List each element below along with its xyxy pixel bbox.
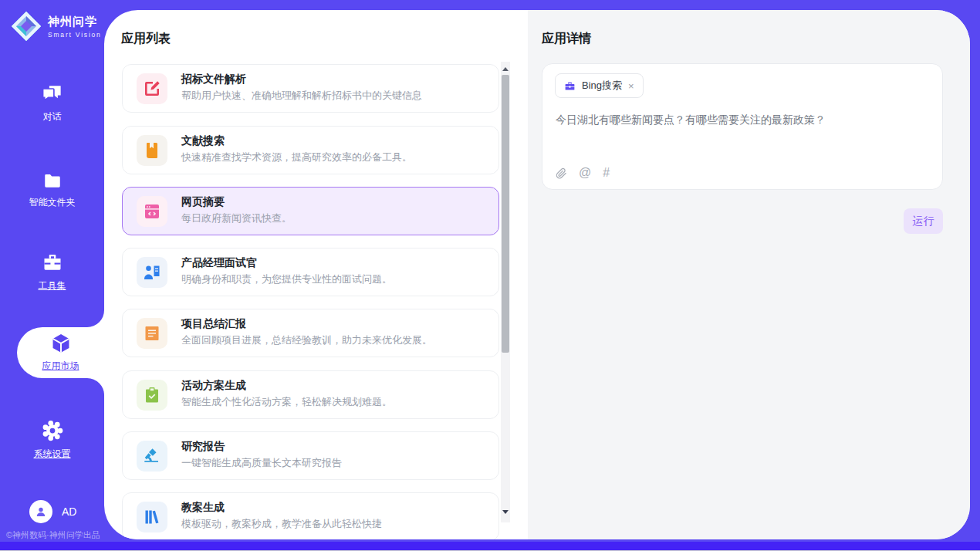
app-desc: 帮助用户快速、准确地理解和解析招标书中的关键信息 [181, 89, 422, 103]
list-item-web-summary[interactable]: 网页摘要 每日政府新闻资讯快查。 [122, 187, 499, 235]
app-desc: 明确身份和职责，为您提供专业性的面试问题。 [181, 272, 392, 286]
hash-icon[interactable]: # [603, 166, 610, 180]
app-desc: 一键智能生成高质量长文本研究报告 [181, 456, 342, 470]
app-name: 研究报告 [181, 440, 225, 454]
sidebar: 神州问学 Smart Vision 对话 智能文件夹 [0, 0, 104, 551]
browser-code-icon [137, 196, 167, 227]
sidebar-item-settings[interactable]: 系统设置 [0, 419, 104, 461]
user-initials: AD [62, 505, 76, 518]
run-button[interactable]: 运行 [904, 208, 943, 234]
prompt-card[interactable]: Bing搜索 × 今日湖北有哪些新闻要点？有哪些需要关注的最新政策？ @ # [542, 63, 943, 190]
list-item-bid-parse[interactable]: 招标文件解析 帮助用户快速、准确地理解和解析招标书中的关键信息 [122, 64, 499, 113]
book-icon [137, 135, 167, 166]
avatar [29, 500, 52, 523]
books-icon [137, 502, 167, 532]
list-scrollbar[interactable] [501, 62, 510, 522]
list-item-project-summary[interactable]: 项目总结汇报 全面回顾项目进展，总结经验教训，助力未来优化发展。 [122, 309, 499, 357]
sidebar-item-chat[interactable]: 对话 [0, 85, 104, 123]
sidebar-item-label: 系统设置 [0, 448, 104, 461]
scrollbar-thumb[interactable] [502, 75, 509, 353]
attachment-toolbar: @ # [556, 166, 610, 180]
remove-tag-icon[interactable]: × [628, 81, 634, 91]
edit-square-icon [137, 73, 167, 104]
tool-tag-label: Bing搜索 [582, 79, 622, 93]
app-name: 教案生成 [181, 501, 225, 515]
app-desc: 全面回顾项目进展，总结经验教训，助力未来优化发展。 [181, 333, 432, 347]
sidebar-item-label: 智能文件夹 [0, 196, 104, 209]
active-curve-top [87, 310, 104, 327]
active-curve-bottom [87, 378, 104, 395]
diamond-logo-icon [10, 10, 42, 42]
copyright-text: ©神州数码·神州问学出品 [6, 529, 100, 541]
sidebar-item-smart-folders[interactable]: 智能文件夹 [0, 171, 104, 209]
interviewer-icon [137, 257, 167, 288]
app-window: 神州问学 Smart Vision 对话 智能文件夹 [0, 0, 980, 551]
app-desc: 快速精准查找学术资源，提高研究效率的必备工具。 [181, 150, 412, 164]
app-name: 网页摘要 [181, 195, 225, 209]
app-list-title: 应用列表 [121, 31, 171, 47]
app-name: 活动方案生成 [181, 379, 246, 393]
list-item-research-report[interactable]: 研究报告 一键智能生成高质量长文本研究报告 [122, 431, 499, 480]
app-detail-title: 应用详情 [542, 31, 591, 47]
user-menu[interactable]: AD [29, 500, 76, 523]
app-desc: 智能生成个性化活动方案，轻松解决规划难题。 [181, 395, 392, 409]
sidebar-item-label: 应用市场 [17, 360, 104, 373]
scroll-down-icon[interactable] [501, 507, 510, 516]
toolbox-icon [41, 252, 64, 274]
list-item-lesson-plan[interactable]: 教案生成 模板驱动，教案秒成，教学准备从此轻松快捷 [122, 492, 499, 539]
app-logo[interactable]: 神州问学 Smart Vision [10, 10, 102, 42]
mention-icon[interactable]: @ [579, 166, 591, 180]
gear-icon [41, 419, 64, 442]
report-note-icon [137, 318, 167, 349]
prompt-input[interactable]: 今日湖北有哪些新闻要点？有哪些需要关注的最新政策？ [556, 112, 926, 127]
app-name: 产品经理面试官 [181, 256, 257, 270]
main-panel: 应用列表 招标文件解析 帮助用户快速、准确地理解和解析招标书中的关键信息 [104, 10, 970, 539]
logo-title: 神州问学 [48, 15, 102, 29]
sidebar-item-app-market[interactable]: 应用市场 [17, 327, 104, 378]
bottom-band [0, 542, 980, 550]
scroll-up-icon[interactable] [501, 64, 510, 73]
sidebar-item-label: 对话 [0, 110, 104, 123]
cube-icon [48, 332, 74, 358]
list-item-pm-interviewer[interactable]: 产品经理面试官 明确身份和职责，为您提供专业性的面试问题。 [122, 248, 499, 296]
chat-icon [41, 85, 64, 105]
list-item-event-plan[interactable]: 活动方案生成 智能生成个性化活动方案，轻松解决规划难题。 [122, 370, 499, 419]
clipboard-check-icon [137, 380, 167, 411]
tool-tag-bing-search[interactable]: Bing搜索 × [555, 73, 644, 98]
folder-icon [41, 171, 64, 191]
list-item-literature-search[interactable]: 文献搜索 快速精准查找学术资源，提高研究效率的必备工具。 [122, 126, 499, 174]
paperclip-icon[interactable] [556, 167, 567, 180]
microscope-icon [137, 441, 167, 472]
app-name: 招标文件解析 [181, 73, 246, 86]
app-name: 文献搜索 [181, 134, 225, 148]
sidebar-item-label: 工具集 [0, 279, 104, 292]
logo-subtitle: Smart Vision [48, 31, 102, 39]
app-desc: 模板驱动，教案秒成，教学准备从此轻松快捷 [181, 517, 382, 531]
sidebar-item-toolset[interactable]: 工具集 [0, 252, 104, 292]
briefcase-icon [564, 80, 576, 92]
app-desc: 每日政府新闻资讯快查。 [181, 211, 292, 225]
app-detail-pane: 应用详情 Bing搜索 × 今日湖北有哪些新闻要点？有哪些需要关注的最新政策？ [528, 10, 970, 539]
user-avatar-icon [34, 505, 48, 519]
app-name: 项目总结汇报 [181, 317, 246, 331]
